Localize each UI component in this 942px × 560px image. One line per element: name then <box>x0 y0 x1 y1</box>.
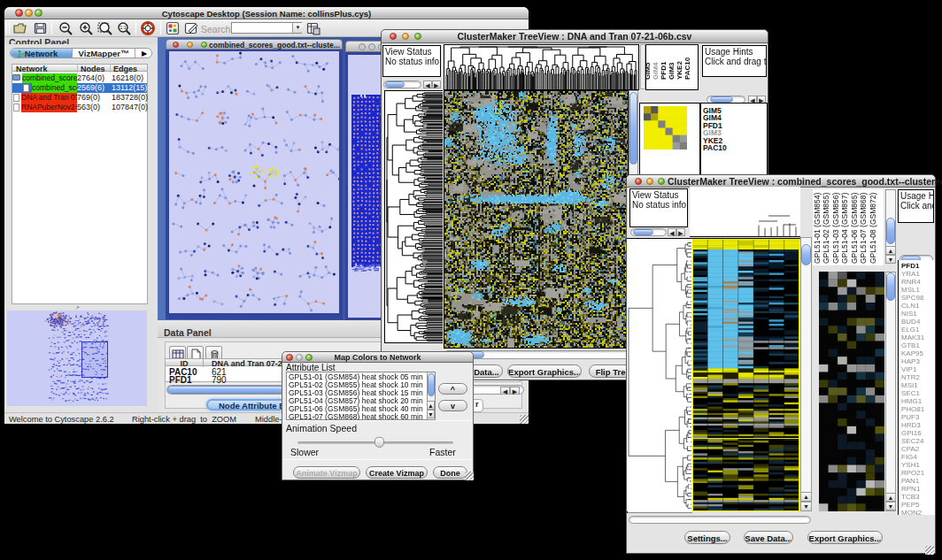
svg-text:1:1: 1:1 <box>120 25 127 30</box>
